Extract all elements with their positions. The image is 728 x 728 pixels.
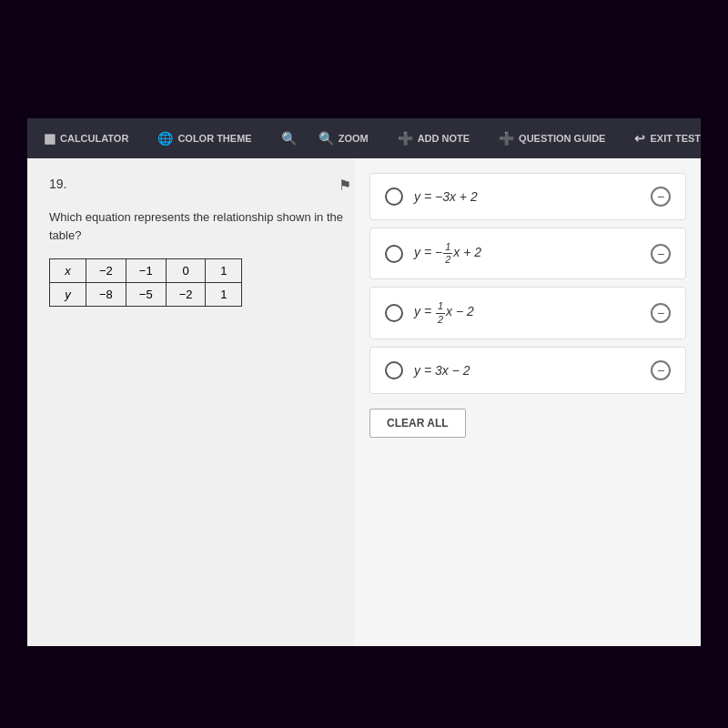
clear-all-button[interactable]: CLEAR ALL: [369, 409, 466, 438]
choice-c-minus[interactable]: −: [651, 303, 671, 323]
zoom-in-icon: 🔍: [318, 131, 334, 146]
choice-b-text: y = −12x + 2: [414, 241, 481, 266]
answer-choice-b[interactable]: y = −12x + 2 −: [369, 228, 686, 279]
choice-a-left: y = −3x + 2: [385, 187, 478, 206]
table-cell-x-2: −1: [126, 259, 166, 283]
color-theme-label: COLOR THEME: [177, 133, 251, 144]
calculator-button[interactable]: ▦ CALCULATOR: [35, 126, 137, 151]
data-table: x −2 −1 0 1 y −8 −5 −2 1: [49, 258, 242, 307]
table-cell-y-header: y: [50, 283, 86, 307]
choice-a-minus[interactable]: −: [651, 187, 671, 207]
exit-test-label: EXIT TEST: [650, 133, 701, 144]
answer-choice-a[interactable]: y = −3x + 2 −: [369, 173, 686, 220]
choice-d-text: y = 3x − 2: [414, 363, 470, 378]
answer-choice-c[interactable]: y = 12x − 2 −: [369, 287, 686, 339]
screen-content: ▦ CALCULATOR 🌐 COLOR THEME 🔍 🔍 ZOOM ➕ AD…: [27, 118, 701, 646]
calculator-icon: ▦: [44, 131, 56, 146]
radio-a[interactable]: [385, 187, 403, 206]
table-cell-x-1: −2: [86, 259, 126, 283]
table-cell-y-1: −8: [86, 283, 126, 307]
question-text: Which equation represents the relationsh…: [49, 208, 351, 244]
exit-test-icon: ↩: [634, 131, 645, 146]
answers-section: y = −3x + 2 − y = −12x + 2 − y = 12x − 2: [355, 158, 701, 646]
table-row-y: y −8 −5 −2 1: [50, 283, 242, 307]
add-note-label: ADD NOTE: [418, 133, 470, 144]
choice-c-text: y = 12x − 2: [414, 300, 474, 325]
radio-c[interactable]: [385, 304, 403, 322]
zoom-label: ZOOM: [339, 133, 369, 144]
question-header: 19. ⚑: [49, 177, 351, 194]
choice-d-left: y = 3x − 2: [385, 361, 470, 379]
question-guide-label: QUESTION GUIDE: [519, 133, 605, 144]
answer-choice-d[interactable]: y = 3x − 2 −: [369, 347, 686, 394]
choice-d-minus[interactable]: −: [651, 360, 671, 380]
table-cell-y-3: −2: [166, 283, 206, 307]
question-guide-button[interactable]: ➕ QUESTION GUIDE: [490, 126, 614, 151]
choice-a-text: y = −3x + 2: [414, 189, 478, 204]
radio-d[interactable]: [385, 361, 403, 379]
zoom-out-icon: 🔍: [281, 131, 297, 146]
table-cell-y-2: −5: [126, 283, 166, 307]
zoom-out-button[interactable]: 🔍: [272, 126, 306, 151]
table-cell-x-4: 1: [206, 259, 242, 283]
choice-b-minus[interactable]: −: [651, 244, 671, 264]
table-cell-y-4: 1: [206, 283, 242, 307]
table-cell-x-header: x: [50, 259, 86, 283]
question-number: 19.: [49, 177, 66, 191]
flag-icon[interactable]: ⚑: [339, 177, 351, 194]
choice-c-left: y = 12x − 2: [385, 300, 474, 325]
add-note-icon: ➕: [398, 131, 413, 146]
exit-test-button[interactable]: ↩ EXIT TEST: [625, 126, 710, 151]
question-guide-icon: ➕: [499, 131, 514, 146]
left-section: 19. ⚑ Which equation represents the rela…: [27, 158, 373, 646]
color-theme-button[interactable]: 🌐 COLOR THEME: [148, 126, 260, 151]
toolbar: ▦ CALCULATOR 🌐 COLOR THEME 🔍 🔍 ZOOM ➕ AD…: [27, 118, 701, 158]
calculator-label: CALCULATOR: [60, 133, 128, 144]
add-note-button[interactable]: ➕ ADD NOTE: [389, 126, 479, 151]
table-row-x: x −2 −1 0 1: [50, 259, 242, 283]
zoom-in-button[interactable]: 🔍 ZOOM: [309, 126, 378, 151]
color-theme-icon: 🌐: [157, 131, 173, 146]
choice-b-left: y = −12x + 2: [385, 241, 481, 266]
radio-b[interactable]: [385, 245, 403, 263]
table-cell-x-3: 0: [166, 259, 206, 283]
